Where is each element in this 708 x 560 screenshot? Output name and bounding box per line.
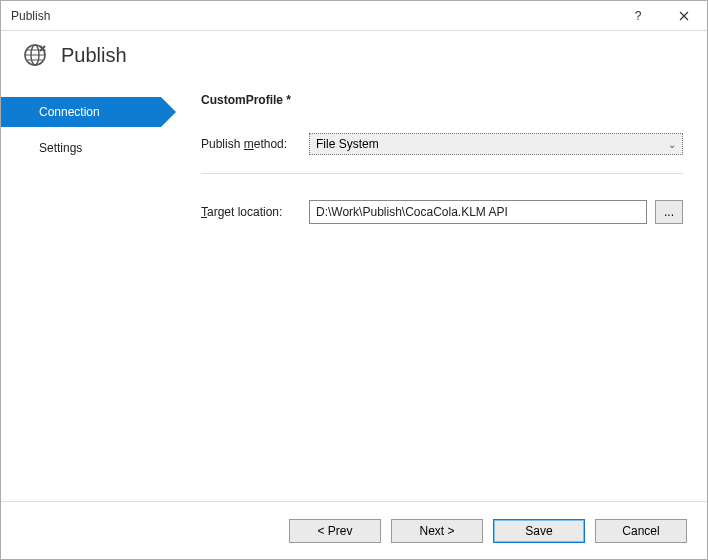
target-location-value: D:\Work\Publish\CocaCola.KLM API <box>316 205 508 219</box>
target-location-input[interactable]: D:\Work\Publish\CocaCola.KLM API <box>309 200 647 224</box>
publish-method-value: File System <box>316 137 379 151</box>
window-title: Publish <box>11 9 615 23</box>
globe-icon <box>23 43 47 67</box>
next-button[interactable]: Next > <box>391 519 483 543</box>
browse-button[interactable]: ... <box>655 200 683 224</box>
footer: < Prev Next > Save Cancel <box>1 501 707 559</box>
help-icon: ? <box>635 9 642 23</box>
profile-title: CustomProfile * <box>201 93 683 107</box>
prev-label: < Prev <box>317 524 352 538</box>
target-location-row: Target location: D:\Work\Publish\CocaCol… <box>201 200 683 224</box>
target-location-label: Target location: <box>201 205 309 219</box>
page-title: Publish <box>61 44 127 67</box>
content-pane: CustomProfile * Publish method: File Sys… <box>181 93 683 501</box>
chevron-down-icon: ⌄ <box>668 139 676 150</box>
publish-method-select[interactable]: File System ⌄ <box>309 133 683 155</box>
sidebar: Connection Settings <box>1 93 181 501</box>
publish-method-label: Publish method: <box>201 137 309 151</box>
next-label: Next > <box>419 524 454 538</box>
publish-method-row: Publish method: File System ⌄ <box>201 133 683 155</box>
sidebar-item-label: Settings <box>39 141 82 155</box>
sidebar-item-settings[interactable]: Settings <box>1 133 181 163</box>
titlebar: Publish ? <box>1 1 707 31</box>
help-button[interactable]: ? <box>615 1 661 31</box>
cancel-label: Cancel <box>622 524 659 538</box>
save-button[interactable]: Save <box>493 519 585 543</box>
sidebar-item-label: Connection <box>39 105 100 119</box>
page-header: Publish <box>1 31 707 83</box>
cancel-button[interactable]: Cancel <box>595 519 687 543</box>
dialog-body: Connection Settings CustomProfile * Publ… <box>1 83 707 501</box>
prev-button[interactable]: < Prev <box>289 519 381 543</box>
close-button[interactable] <box>661 1 707 31</box>
divider <box>201 173 683 174</box>
close-icon <box>679 11 689 21</box>
save-label: Save <box>525 524 552 538</box>
sidebar-item-connection[interactable]: Connection <box>1 97 161 127</box>
browse-label: ... <box>664 205 674 219</box>
